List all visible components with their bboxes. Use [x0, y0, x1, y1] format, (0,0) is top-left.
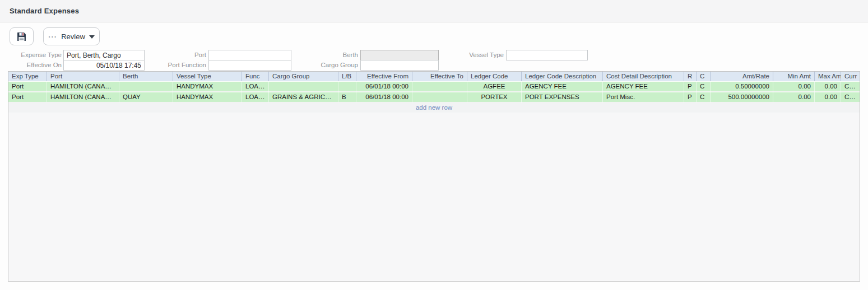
column-header-effective-to: Effective To — [412, 72, 467, 81]
review-button-label: Review — [61, 32, 85, 41]
port-function-field[interactable] — [208, 60, 291, 71]
column-header-effective-from: Effective From — [356, 72, 412, 81]
cell-cost-detail-description[interactable]: Port Misc. — [603, 92, 684, 102]
cell-max-amt[interactable]: 0.00 — [815, 82, 841, 92]
cell-amt-rate[interactable]: 0.50000000 — [711, 82, 773, 92]
table-row: PortHAMILTON (CANADA)HANDYMAXLOAD…06/01/… — [8, 81, 860, 92]
column-header-r: R — [684, 72, 697, 81]
caret-down-icon — [89, 35, 95, 39]
effective-on-label: Effective On — [3, 60, 62, 71]
table-row: PortHAMILTON (CANADA)QUAYHANDYMAXLOAD…GR… — [8, 92, 860, 102]
cell-curr[interactable]: CAD — [841, 82, 860, 92]
cell-cost-detail-description[interactable]: AGENCY FEE — [603, 82, 684, 92]
column-header-amt-rate: Amt/Rate — [711, 72, 773, 81]
cell-min-amt[interactable]: 0.00 — [773, 92, 815, 102]
cell-cargo-group[interactable] — [269, 82, 338, 92]
column-header-ledger-code: Ledger Code — [467, 72, 522, 81]
cell-ledger-code-description[interactable]: PORT EXPENSES — [522, 92, 603, 102]
cell-l-b[interactable] — [338, 82, 356, 92]
cargo-group-field[interactable] — [360, 60, 439, 71]
cell-vessel-type[interactable]: HANDYMAX — [173, 92, 242, 102]
column-header-curr: Curr — [841, 72, 860, 81]
column-header-min-amt: Min Amt — [773, 72, 815, 81]
cell-effective-from[interactable]: 06/01/18 00:00 — [356, 82, 412, 92]
column-header-func: Func — [242, 72, 269, 81]
column-header-c: C — [697, 72, 711, 81]
cell-l-b[interactable]: B — [338, 92, 356, 102]
cell-amt-rate[interactable]: 500.00000000 — [711, 92, 773, 102]
cargo-group-label: Cargo Group — [296, 60, 358, 71]
cell-max-amt[interactable]: 0.00 — [815, 92, 841, 102]
cell-berth[interactable]: QUAY — [119, 92, 173, 102]
column-header-cargo-group: Cargo Group — [269, 72, 338, 81]
cell-ledger-code[interactable]: PORTEX — [467, 92, 522, 102]
cell-port[interactable]: HAMILTON (CANADA) — [47, 82, 119, 92]
cell-func[interactable]: LOAD… — [242, 92, 269, 102]
cell-effective-from[interactable]: 06/01/18 00:00 — [356, 92, 412, 102]
cell-curr[interactable]: CAD — [841, 92, 860, 102]
cell-exp-type[interactable]: Port — [8, 82, 47, 92]
save-button[interactable] — [10, 27, 34, 45]
port-function-label: Port Function — [149, 60, 206, 71]
effective-on-field[interactable] — [63, 60, 145, 71]
cell-ledger-code-description[interactable]: AGENCY FEE — [522, 82, 603, 92]
grid-body: PortHAMILTON (CANADA)HANDYMAXLOAD…06/01/… — [8, 81, 860, 102]
cell-berth[interactable] — [119, 82, 173, 92]
cell-r[interactable]: P — [684, 82, 697, 92]
grid-header-row: Exp TypePortBerthVessel TypeFuncCargo Gr… — [8, 72, 860, 81]
column-header-ledger-code-description: Ledger Code Description — [522, 72, 603, 81]
page-title: Standard Expenses — [10, 7, 79, 15]
vessel-type-field[interactable] — [506, 50, 588, 60]
expense-type-field[interactable] — [63, 50, 145, 60]
cell-cargo-group[interactable]: GRAINS & AGRICUL… — [269, 92, 338, 102]
titlebar: Standard Expenses — [0, 0, 868, 22]
save-icon — [17, 32, 26, 41]
berth-label: Berth — [296, 50, 358, 60]
column-header-vessel-type: Vessel Type — [173, 72, 242, 81]
overflow-dots-icon: ··· — [48, 33, 57, 40]
cell-effective-to[interactable] — [412, 92, 467, 102]
vessel-type-label: Vessel Type — [440, 50, 504, 60]
column-header-port: Port — [47, 72, 119, 81]
cell-effective-to[interactable] — [412, 82, 467, 92]
cell-func[interactable]: LOAD… — [242, 82, 269, 92]
cell-c[interactable]: C — [697, 92, 711, 102]
port-label: Port — [149, 50, 206, 60]
standard-expenses-page: Standard Expenses ··· Review Expense Typ… — [0, 0, 868, 290]
column-header-berth: Berth — [119, 72, 173, 81]
expenses-grid: Exp TypePortBerthVessel TypeFuncCargo Gr… — [8, 71, 860, 282]
cell-r[interactable]: P — [684, 92, 697, 102]
column-header-exp-type: Exp Type — [8, 72, 47, 81]
add-new-row-link[interactable]: add new row — [416, 104, 452, 111]
cell-vessel-type[interactable]: HANDYMAX — [173, 82, 242, 92]
cell-exp-type[interactable]: Port — [8, 92, 47, 102]
cell-port[interactable]: HAMILTON (CANADA) — [47, 92, 119, 102]
port-field[interactable] — [208, 50, 291, 60]
column-header-max-amt: Max Amt — [815, 72, 841, 81]
berth-field — [360, 50, 439, 60]
cell-min-amt[interactable]: 0.00 — [773, 82, 815, 92]
cell-c[interactable]: C — [697, 82, 711, 92]
review-button[interactable]: ··· Review — [43, 27, 100, 45]
expense-type-label: Expense Type — [3, 50, 62, 60]
add-row-band: add new row — [8, 102, 860, 113]
column-header-cost-detail-description: Cost Detail Description — [603, 72, 684, 81]
cell-ledger-code[interactable]: AGFEE — [467, 82, 522, 92]
column-header-l-b: L/B — [338, 72, 356, 81]
